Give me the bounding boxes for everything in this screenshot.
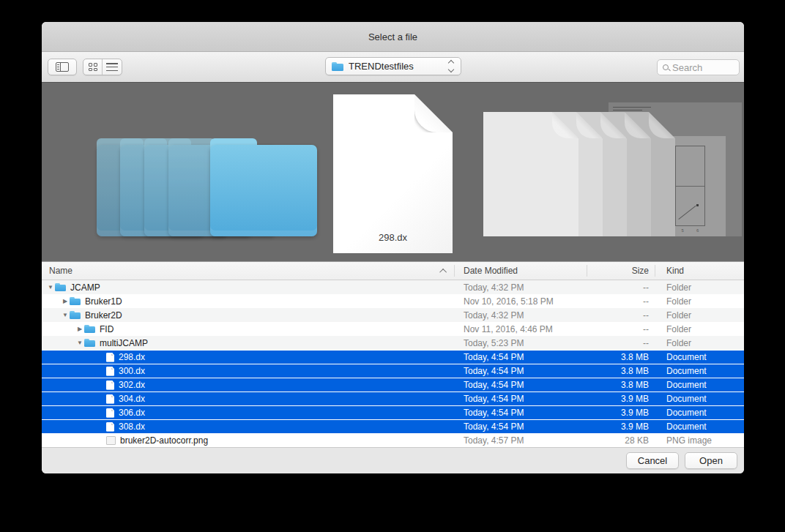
size-cell: -- <box>554 338 649 348</box>
ghost-chart-ticks: 5 6 <box>675 228 705 233</box>
file-name: 304.dx <box>119 394 145 404</box>
sidebar-icon <box>56 62 69 72</box>
size-cell: -- <box>554 310 649 321</box>
kind-cell: Document <box>666 380 707 390</box>
table-row[interactable]: 304.dxToday, 4:54 PM3.9 MBDocument <box>42 391 744 405</box>
open-button[interactable]: Open <box>685 452 737 469</box>
file-name: 308.dx <box>119 422 145 432</box>
file-name: 306.dx <box>119 408 145 418</box>
selected-document-preview[interactable]: 298.dx <box>333 94 453 253</box>
date-modified-cell: Today, 4:54 PM <box>464 408 524 418</box>
table-row[interactable]: ▼Bruker2DToday, 4:32 PM--Folder <box>42 308 744 322</box>
table-row[interactable]: ▶Bruker1DNov 10, 2016, 5:18 PM--Folder <box>42 294 744 308</box>
image-icon <box>106 436 116 445</box>
location-dropdown[interactable]: TRENDtestfiles <box>325 57 461 75</box>
table-row[interactable]: ▼JCAMPToday, 4:32 PM--Folder <box>42 280 744 294</box>
table-row[interactable]: ▼multiJCAMPToday, 5:23 PM--Folder <box>42 336 744 350</box>
kind-cell: Folder <box>666 296 691 307</box>
table-row[interactable]: 306.dxToday, 4:54 PM3.9 MBDocument <box>42 405 744 419</box>
size-cell: -- <box>554 282 649 293</box>
disclosure-triangle-expanded-icon[interactable]: ▼ <box>75 336 84 350</box>
stacked-document-icon <box>483 112 578 236</box>
table-row[interactable]: 300.dxToday, 4:54 PM3.8 MBDocument <box>42 364 744 378</box>
kind-cell: PNG image <box>666 435 712 446</box>
document-icon <box>106 408 114 418</box>
date-modified-cell: Today, 4:57 PM <box>464 435 524 446</box>
column-header-date[interactable]: Date Modified <box>464 262 518 280</box>
table-row[interactable]: 298.dxToday, 4:54 PM3.8 MBDocument <box>42 350 744 364</box>
search-input[interactable]: Search <box>657 59 740 75</box>
sidebar-toggle-button[interactable] <box>48 59 77 75</box>
document-icon <box>106 381 114 390</box>
file-name: 300.dx <box>119 366 145 376</box>
size-cell: 28 KB <box>554 435 649 446</box>
disclosure-triangle-collapsed-icon[interactable]: ▶ <box>61 294 70 308</box>
date-modified-cell: Today, 4:54 PM <box>464 380 524 390</box>
size-cell: 3.9 MB <box>554 394 649 404</box>
table-row[interactable]: 302.dxToday, 4:54 PM3.8 MBDocument <box>42 378 744 391</box>
front-folder-icon <box>210 138 317 236</box>
folder-icon <box>84 325 95 333</box>
date-modified-cell: Nov 10, 2016, 5:18 PM <box>464 296 554 307</box>
folder-icon <box>70 311 81 319</box>
ghost-chart <box>675 146 705 226</box>
toolbar: TRENDtestfiles Search <box>42 52 744 82</box>
table-row[interactable]: 308.dxToday, 4:54 PM3.9 MBDocument <box>42 419 744 433</box>
table-row[interactable]: bruker2D-autocorr.pngToday, 4:57 PM28 KB… <box>42 433 744 447</box>
document-icon <box>106 394 114 404</box>
list-icon <box>106 63 118 72</box>
document-icon <box>106 367 114 376</box>
view-mode-segmented-control <box>83 59 122 75</box>
file-name: JCAMP <box>70 282 100 293</box>
date-modified-cell: Today, 4:54 PM <box>464 422 524 432</box>
kind-cell: Folder <box>666 282 691 293</box>
folder-icon <box>55 283 66 291</box>
column-header-size[interactable]: Size <box>554 262 649 280</box>
list-header: Name Date Modified Size Kind <box>42 261 744 280</box>
date-modified-cell: Today, 4:54 PM <box>464 366 524 376</box>
size-cell: 3.8 MB <box>554 380 649 390</box>
kind-cell: Folder <box>666 310 691 321</box>
date-modified-cell: Today, 5:23 PM <box>464 338 524 348</box>
disclosure-triangle-expanded-icon[interactable]: ▼ <box>46 280 55 294</box>
size-cell: 3.8 MB <box>554 352 649 362</box>
column-divider[interactable] <box>655 265 655 277</box>
kind-cell: Folder <box>666 324 691 334</box>
kind-cell: Document <box>666 422 707 432</box>
kind-cell: Document <box>666 408 707 418</box>
kind-cell: Folder <box>666 338 691 348</box>
location-dropdown-value: TRENDtestfiles <box>349 61 414 72</box>
magnifier-icon <box>663 64 669 70</box>
kind-cell: Document <box>666 352 707 362</box>
size-cell: 3.9 MB <box>554 422 649 432</box>
date-modified-cell: Nov 11, 2016, 4:46 PM <box>464 324 553 334</box>
dialog-title: Select a file <box>368 31 417 42</box>
grid-icon <box>89 63 97 71</box>
folder-icon <box>70 297 81 305</box>
file-name: Bruker2D <box>85 310 122 321</box>
list-view-button[interactable] <box>103 59 122 75</box>
size-cell: 3.8 MB <box>554 366 649 376</box>
cancel-button[interactable]: Cancel <box>626 452 679 469</box>
disclosure-triangle-expanded-icon[interactable]: ▼ <box>61 308 70 322</box>
file-name: bruker2D-autocorr.png <box>120 435 208 446</box>
date-modified-cell: Today, 4:54 PM <box>464 352 524 362</box>
size-cell: -- <box>554 324 649 334</box>
column-divider[interactable] <box>454 265 455 277</box>
disclosure-triangle-collapsed-icon[interactable]: ▶ <box>75 322 84 336</box>
folder-icon <box>84 339 95 347</box>
preview-pane: 5 6 298.dx <box>42 82 744 261</box>
table-row[interactable]: ▶FIDNov 11, 2016, 4:46 PM--Folder <box>42 322 744 336</box>
titlebar: Select a file <box>42 22 744 52</box>
file-name: Bruker1D <box>85 296 122 307</box>
search-placeholder: Search <box>672 62 702 73</box>
file-list: ▼JCAMPToday, 4:32 PM--Folder▶Bruker1DNov… <box>42 280 744 447</box>
page-curl <box>414 94 453 132</box>
icon-view-button[interactable] <box>83 59 103 75</box>
date-modified-cell: Today, 4:32 PM <box>464 282 524 293</box>
column-header-kind[interactable]: Kind <box>666 262 684 280</box>
kind-cell: Document <box>666 394 707 404</box>
column-header-name[interactable]: Name <box>49 262 72 280</box>
kind-cell: Document <box>666 366 707 376</box>
sort-ascending-icon <box>442 262 447 280</box>
